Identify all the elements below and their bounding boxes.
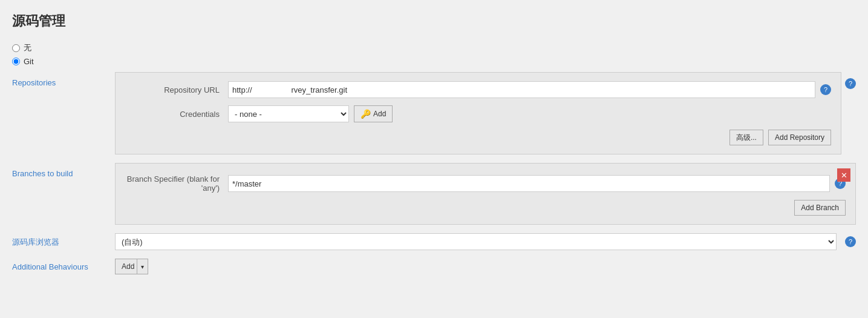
branch-specifier-label: Branch Specifier (blank for 'any') bbox=[125, 174, 228, 193]
page-title: 源码管理 bbox=[12, 12, 856, 30]
radio-none-input[interactable] bbox=[12, 44, 20, 52]
branches-content: ✕ Branch Specifier (blank for 'any') ? A… bbox=[115, 163, 856, 225]
credentials-controls: - none - 🔑 Add bbox=[228, 105, 393, 122]
branches-content-wrapper: ✕ Branch Specifier (blank for 'any') ? A… bbox=[115, 163, 856, 225]
repo-url-help-icon[interactable]: ? bbox=[820, 84, 831, 95]
additional-behaviours-label: Additional Behaviours bbox=[12, 262, 115, 271]
scm-section: 源码管理 无 Git Repositories Repository URL bbox=[12, 12, 856, 274]
branches-section-with-help: ✕ Branch Specifier (blank for 'any') ? A… bbox=[115, 163, 856, 225]
repositories-outer-row: Repositories Repository URL ? Credential… bbox=[12, 72, 856, 154]
add-behaviour-label: Add bbox=[122, 262, 134, 271]
branches-outer-row: Branches to build ✕ Branch Specifier (bl… bbox=[12, 163, 856, 225]
repositories-content: Repository URL ? Credentials - none - bbox=[115, 72, 841, 154]
repo-url-row: Repository URL ? bbox=[125, 81, 831, 98]
source-browser-select[interactable]: (自动) bbox=[115, 233, 837, 250]
delete-branch-button[interactable]: ✕ bbox=[837, 168, 850, 182]
branches-label: Branches to build bbox=[12, 163, 115, 178]
branch-specifier-row: Branch Specifier (blank for 'any') ? bbox=[125, 174, 846, 193]
key-icon: 🔑 bbox=[361, 109, 371, 119]
source-browser-content: (自动) ? bbox=[115, 233, 856, 250]
repositories-help-icon[interactable]: ? bbox=[845, 78, 856, 89]
credentials-row: Credentials - none - 🔑 Add bbox=[125, 105, 831, 122]
add-credentials-label: Add bbox=[373, 110, 386, 118]
source-browser-label: 源码库浏览器 bbox=[12, 233, 115, 248]
radio-none-label: 无 bbox=[24, 42, 31, 53]
add-credentials-button[interactable]: 🔑 Add bbox=[354, 105, 393, 122]
radio-git: Git bbox=[12, 57, 856, 66]
advanced-button[interactable]: 高级... bbox=[729, 130, 763, 145]
radio-git-input[interactable] bbox=[12, 58, 20, 65]
repositories-label: Repositories bbox=[12, 72, 115, 87]
branch-specifier-input-wrapper bbox=[228, 175, 830, 192]
repo-url-input[interactable] bbox=[228, 81, 815, 98]
additional-behaviours-row: Additional Behaviours Add ▾ bbox=[12, 259, 856, 274]
credentials-select[interactable]: - none - bbox=[228, 105, 349, 122]
radio-none: 无 bbox=[12, 42, 856, 53]
add-behaviour-button[interactable]: Add ▾ bbox=[115, 259, 148, 274]
add-repository-button[interactable]: Add Repository bbox=[768, 130, 831, 145]
credentials-label: Credentials bbox=[125, 110, 228, 119]
scm-radio-group: 无 Git bbox=[12, 42, 856, 66]
branch-specifier-input[interactable] bbox=[228, 175, 830, 192]
repositories-content-wrapper: Repository URL ? Credentials - none - bbox=[115, 72, 841, 154]
repositories-section-with-help: Repository URL ? Credentials - none - bbox=[115, 72, 856, 154]
add-branch-button[interactable]: Add Branch bbox=[794, 200, 846, 216]
repo-url-input-wrapper bbox=[228, 81, 815, 98]
source-browser-help-icon[interactable]: ? bbox=[845, 236, 856, 247]
radio-git-label: Git bbox=[24, 57, 34, 66]
dropdown-arrow-icon: ▾ bbox=[137, 259, 144, 274]
branches-bottom-buttons: Add Branch bbox=[125, 200, 846, 216]
repo-url-label: Repository URL bbox=[125, 85, 228, 94]
source-browser-row: 源码库浏览器 (自动) ? bbox=[12, 233, 856, 250]
repo-bottom-buttons: 高级... Add Repository bbox=[125, 130, 831, 145]
